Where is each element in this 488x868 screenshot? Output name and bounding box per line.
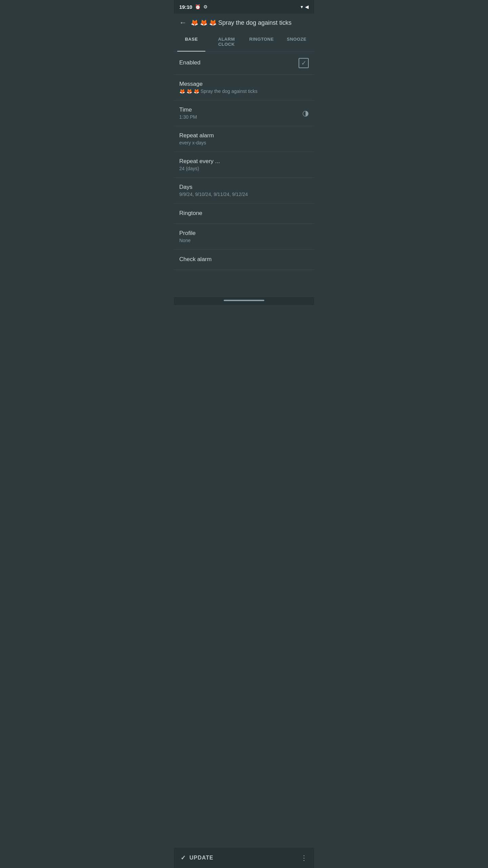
settings-content: Enabled ✓ Message 🦊 🦊 🦊 Spray the dog ag… <box>174 52 314 270</box>
enabled-checkbox[interactable]: ✓ <box>299 58 309 68</box>
time-label: Time <box>179 106 302 113</box>
more-menu-button[interactable]: ⋮ <box>301 854 307 862</box>
update-button[interactable]: ✓ UPDATE <box>181 854 214 862</box>
repeat-alarm-value: every x-days <box>179 140 309 145</box>
ringtone-label: Ringtone <box>179 210 309 217</box>
profile-value: None <box>179 238 309 243</box>
profile-label: Profile <box>179 230 309 237</box>
status-bar-left: 19:10 ⏰ ⚙ <box>179 4 208 10</box>
status-bar-right: ▾ ◀ <box>301 4 309 9</box>
check-alarm-label: Check alarm <box>179 256 309 263</box>
tab-base[interactable]: BASE <box>174 32 209 52</box>
setting-repeat-every[interactable]: Repeat every ... 24 (days) <box>174 152 314 178</box>
nav-indicator <box>174 297 314 305</box>
days-value: 9/9/24, 9/10/24, 9/11/24, 9/12/24 <box>179 192 309 197</box>
setting-check-alarm[interactable]: Check alarm <box>174 250 314 270</box>
header: ← 🦊 🦊 🦊 Spray the dog against ticks <box>174 14 314 32</box>
repeat-alarm-label: Repeat alarm <box>179 132 309 139</box>
back-button[interactable]: ← <box>179 18 187 27</box>
update-label: UPDATE <box>189 855 214 861</box>
wifi-icon: ▾ <box>301 4 303 9</box>
bottom-spacer <box>174 270 314 297</box>
tab-alarm-clock[interactable]: ALARM CLOCK <box>209 32 244 52</box>
setting-enabled[interactable]: Enabled ✓ <box>174 52 314 75</box>
tabs: BASE ALARM CLOCK RINGTONE SNOOZE <box>174 32 314 52</box>
status-bar: 19:10 ⏰ ⚙ ▾ ◀ <box>174 0 314 14</box>
nav-pill <box>224 300 264 301</box>
tab-ringtone[interactable]: RINGTONE <box>244 32 279 52</box>
message-value: 🦊 🦊 🦊 Spray the dog against ticks <box>179 88 309 94</box>
message-label: Message <box>179 81 309 87</box>
setting-profile[interactable]: Profile None <box>174 224 314 250</box>
header-title: 🦊 🦊 🦊 Spray the dog against ticks <box>191 19 291 26</box>
setting-time[interactable]: Time 1:30 PM ◑ <box>174 100 314 126</box>
setting-repeat-alarm[interactable]: Repeat alarm every x-days <box>174 126 314 152</box>
bottom-bar: ✓ UPDATE ⋮ <box>174 848 314 868</box>
moon-icon: ◑ <box>302 109 309 118</box>
status-time: 19:10 <box>179 4 192 10</box>
checkmark-icon: ✓ <box>301 60 306 66</box>
setting-message[interactable]: Message 🦊 🦊 🦊 Spray the dog against tick… <box>174 75 314 100</box>
settings-status-icon: ⚙ <box>203 4 208 9</box>
alarm-status-icon: ⏰ <box>195 4 201 9</box>
repeat-every-value: 24 (days) <box>179 166 309 171</box>
signal-icon: ◀ <box>305 4 309 9</box>
repeat-every-label: Repeat every ... <box>179 158 309 165</box>
time-value: 1:30 PM <box>179 114 302 120</box>
setting-days[interactable]: Days 9/9/24, 9/10/24, 9/11/24, 9/12/24 <box>174 178 314 203</box>
tab-snooze[interactable]: SNOOZE <box>279 32 314 52</box>
setting-ringtone[interactable]: Ringtone <box>174 203 314 224</box>
update-checkmark-icon: ✓ <box>181 854 186 862</box>
days-label: Days <box>179 184 309 191</box>
enabled-label: Enabled <box>179 59 299 66</box>
